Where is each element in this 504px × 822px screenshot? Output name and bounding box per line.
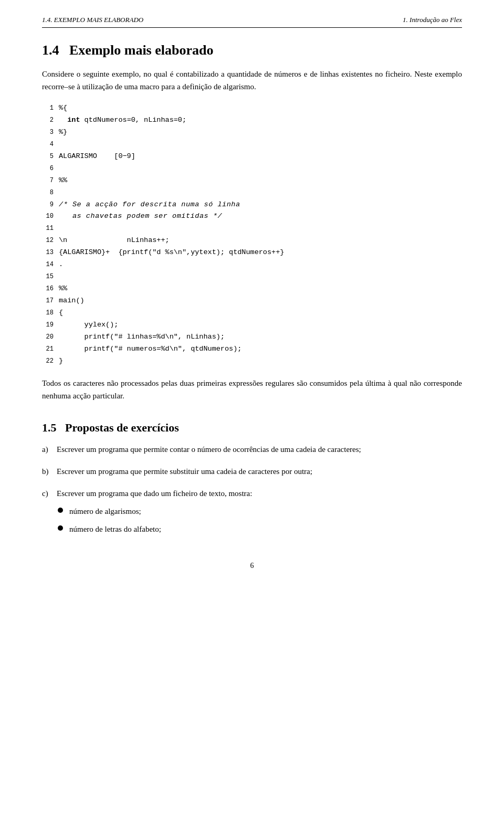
code-line-11: 11: [42, 223, 462, 235]
line-num-15: 15: [42, 271, 59, 282]
code-line-16: 16 %%: [42, 283, 462, 295]
code-line-2: 2 int qtdNumeros=0, nLinhas=0;: [42, 114, 462, 127]
line-content-3: %}: [59, 127, 67, 139]
line-num-18: 18: [42, 308, 59, 318]
subsection-title: 1.5 Propostas de exercícios: [42, 421, 462, 435]
code-line-10: 10 as chavetas podem ser omitidas */: [42, 210, 462, 223]
sub-exercise-text-2: número de letras do alfabeto;: [69, 523, 161, 535]
line-num-12: 12: [42, 235, 59, 246]
line-num-7: 7: [42, 175, 59, 186]
line-num-4: 4: [42, 139, 59, 150]
intro-paragraph: Considere o seguinte exemplo, no qual é …: [42, 68, 462, 93]
line-num-6: 6: [42, 163, 59, 174]
code-line-7: 7 %%: [42, 175, 462, 187]
line-content-11: [59, 223, 63, 235]
code-line-3: 3 %}: [42, 127, 462, 139]
sub-exercise-item-2: número de letras do alfabeto;: [58, 523, 161, 535]
section-title: 1.4 Exemplo mais elaborado: [42, 43, 462, 58]
line-num-20: 20: [42, 332, 59, 342]
code-line-19: 19 yylex();: [42, 319, 462, 331]
line-num-22: 22: [42, 356, 59, 366]
line-content-12: \n nLinhas++;: [59, 235, 170, 247]
sub-exercise-list: número de algarismos; número de letras d…: [58, 505, 161, 541]
code-line-20: 20 printf("# linhas=%d\n", nLinhas);: [42, 331, 462, 343]
line-content-2: int qtdNumeros=0, nLinhas=0;: [59, 114, 186, 127]
code-line-12: 12 \n nLinhas++;: [42, 235, 462, 247]
code-line-18: 18 {: [42, 307, 462, 319]
exercise-label-b: b): [42, 465, 57, 478]
exercise-list: a) Escrever um programa que permite cont…: [42, 443, 462, 541]
line-content-5: ALGARISMO [0−9]: [59, 151, 135, 163]
section-title-text: Exemplo mais elaborado: [69, 43, 213, 58]
code-line-6: 6: [42, 163, 462, 175]
line-content-22: }: [59, 355, 63, 367]
exercise-item-a: a) Escrever um programa que permite cont…: [42, 443, 462, 456]
exercise-item-b: b) Escrever um programa que permite subs…: [42, 465, 462, 478]
line-num-17: 17: [42, 296, 59, 306]
line-num-5: 5: [42, 151, 59, 162]
line-num-10: 10: [42, 211, 59, 222]
line-content-16: %%: [59, 283, 67, 295]
line-num-11: 11: [42, 223, 59, 234]
line-content-15: [59, 271, 63, 283]
line-content-10: as chavetas podem ser omitidas */: [59, 210, 222, 223]
line-num-2: 2: [42, 115, 59, 125]
line-content-17: main(): [59, 295, 85, 307]
code-line-14: 14 .: [42, 259, 462, 271]
subsection-number: 1.5: [42, 421, 57, 434]
line-content-9: /* Se a acção for descrita numa só linha: [59, 199, 240, 211]
line-content-20: printf("# linhas=%d\n", nLinhas);: [59, 331, 225, 343]
line-num-3: 3: [42, 127, 59, 138]
sub-exercise-text-1: número de algarismos;: [69, 505, 141, 518]
line-num-1: 1: [42, 103, 59, 113]
line-num-19: 19: [42, 320, 59, 330]
line-content-6: [59, 163, 63, 175]
sub-exercise-item-1: número de algarismos;: [58, 505, 161, 518]
bullet-icon-1: [58, 508, 63, 513]
code-block: 1 %{ 2 int qtdNumeros=0, nLinhas=0; 3 %}…: [42, 102, 462, 367]
line-content-1: %{: [59, 102, 67, 114]
exercise-text-c: Escrever um programa que dado um ficheir…: [57, 487, 252, 500]
code-line-8: 8: [42, 187, 462, 199]
line-num-9: 9: [42, 199, 59, 210]
subsection-title-text: Propostas de exercícios: [65, 421, 179, 434]
line-num-16: 16: [42, 283, 59, 294]
line-num-8: 8: [42, 187, 59, 198]
header-left: 1.4. EXEMPLO MAIS ELABORADO: [42, 16, 143, 24]
code-line-1: 1 %{: [42, 102, 462, 114]
bullet-icon-2: [58, 525, 63, 531]
footer-paragraph: Todos os caracteres não processados pela…: [42, 377, 462, 402]
line-content-13: {ALGARISMO}+ {printf("d %s\n",yytext); q…: [59, 247, 284, 259]
line-content-7: %%: [59, 175, 67, 187]
code-line-4: 4: [42, 139, 462, 151]
line-num-13: 13: [42, 247, 59, 258]
line-content-18: {: [59, 307, 63, 319]
page-number: 6: [42, 562, 462, 570]
code-line-22: 22 }: [42, 355, 462, 367]
code-line-21: 21 printf("# numeros=%d\n", qtdNumeros);: [42, 343, 462, 355]
line-num-14: 14: [42, 259, 59, 270]
code-line-13: 13 {ALGARISMO}+ {printf("d %s\n",yytext)…: [42, 247, 462, 259]
line-content-19: yylex();: [59, 319, 118, 331]
code-line-15: 15: [42, 271, 462, 283]
line-content-21: printf("# numeros=%d\n", qtdNumeros);: [59, 343, 242, 355]
line-content-14: .: [59, 259, 63, 271]
header-right: 1. Introdução ao Flex: [403, 16, 462, 24]
line-num-21: 21: [42, 344, 59, 354]
section-number: 1.4: [42, 43, 59, 58]
line-content-8: [59, 187, 63, 199]
exercise-text-a: Escrever um programa que permite contar …: [57, 443, 361, 456]
code-line-17: 17 main(): [42, 295, 462, 307]
line-content-4: [59, 139, 63, 151]
code-line-9: 9 /* Se a acção for descrita numa só lin…: [42, 199, 462, 211]
exercise-label-a: a): [42, 443, 57, 456]
page-header: 1.4. EXEMPLO MAIS ELABORADO 1. Introduçã…: [42, 16, 462, 28]
exercise-label-c: c): [42, 487, 57, 500]
exercise-text-b: Escrever um programa que permite substit…: [57, 465, 312, 478]
code-line-5: 5 ALGARISMO [0−9]: [42, 151, 462, 163]
exercise-item-c: c) Escrever um programa que dado um fich…: [42, 487, 462, 541]
